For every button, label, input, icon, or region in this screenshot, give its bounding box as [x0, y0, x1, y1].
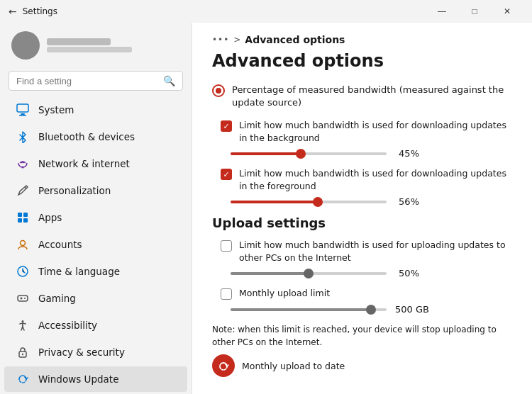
titlebar-controls: — □ ✕ [426, 0, 523, 23]
user-section [0, 23, 192, 68]
svg-point-8 [21, 241, 26, 246]
accounts-icon [16, 237, 30, 252]
app-body: 🔍 System Bluetooth & devices Network & i… [0, 23, 532, 394]
download-bg-slider-fill [231, 152, 301, 155]
sidebar-item-network[interactable]: Network & internet [4, 151, 187, 176]
svg-rect-1 [21, 113, 25, 115]
accounts-label: Accounts [38, 239, 82, 250]
breadcrumb-dots[interactable]: ••• [212, 35, 229, 45]
monthly-limit-value: 500 GB [394, 304, 429, 315]
close-button[interactable]: ✕ [491, 0, 523, 23]
sidebar-item-update[interactable]: Windows Update [4, 366, 187, 392]
upload-internet-checkbox[interactable] [221, 240, 232, 252]
svg-rect-10 [18, 296, 28, 301]
upload-internet-slider-fill [231, 272, 309, 275]
svg-point-12 [22, 320, 24, 322]
radio-label: Percentage of measured bandwidth (measur… [232, 84, 512, 109]
monthly-limit-slider-fill [231, 308, 371, 311]
sidebar-item-accessibility[interactable]: Accessibility [4, 313, 187, 338]
sidebar-item-privacy[interactable]: Privacy & security [4, 339, 187, 365]
page-title: Advanced options [212, 51, 512, 71]
upload-internet-slider-thumb[interactable] [304, 269, 314, 278]
sidebar-item-gaming[interactable]: Gaming [4, 286, 187, 311]
note-text: Note: when this limit is reached, your d… [212, 323, 512, 349]
upload-internet-slider-track[interactable] [231, 272, 387, 275]
download-fg-slider-thumb[interactable] [313, 197, 323, 207]
download-fg-slider-fill [231, 201, 318, 203]
download-fg-slider-track[interactable] [231, 201, 387, 203]
upload-internet-slider-row: 50% [231, 268, 512, 278]
search-icon: 🔍 [163, 75, 175, 86]
download-fg-section: ✓ Limit how much bandwidth is used for d… [221, 167, 512, 192]
personalization-label: Personalization [38, 185, 111, 196]
upload-internet-section: Limit how much bandwidth is used for upl… [221, 239, 512, 264]
update-label: Windows Update [38, 373, 118, 385]
network-icon [16, 157, 30, 171]
download-bg-row: ✓ Limit how much bandwidth is used for d… [221, 119, 512, 144]
svg-point-11 [24, 298, 26, 299]
download-bg-checkbox[interactable]: ✓ [221, 120, 232, 132]
svg-rect-6 [18, 218, 22, 223]
breadcrumb: ••• > Advanced options [212, 34, 512, 45]
time-label: Time & language [38, 266, 120, 277]
user-name-bar [47, 38, 111, 45]
upload-internet-label: Limit how much bandwidth is used for upl… [239, 239, 512, 264]
download-bg-slider-track[interactable] [231, 152, 387, 155]
search-box[interactable]: 🔍 [9, 71, 183, 91]
monthly-limit-checkbox[interactable] [221, 288, 232, 300]
window-title: Settings [23, 6, 57, 16]
monthly-limit-slider-track[interactable] [231, 308, 387, 311]
sidebar-item-accounts[interactable]: Accounts [4, 232, 187, 257]
download-fg-row: ✓ Limit how much bandwidth is used for d… [221, 167, 512, 192]
minimize-button[interactable]: — [426, 0, 458, 23]
sidebar-item-time[interactable]: Time & language [4, 259, 187, 284]
maximize-button[interactable]: □ [458, 0, 491, 23]
radio-option-row: Percentage of measured bandwidth (measur… [212, 84, 512, 109]
search-input[interactable] [16, 76, 159, 86]
upload-internet-row: Limit how much bandwidth is used for upl… [221, 239, 512, 264]
privacy-icon [16, 345, 30, 359]
sidebar-item-apps[interactable]: Apps [4, 205, 187, 230]
user-info [47, 38, 132, 52]
download-fg-value: 56% [394, 196, 419, 207]
main-content: ••• > Advanced options Advanced options … [192, 23, 532, 394]
accessibility-icon [16, 318, 30, 332]
avatar [11, 31, 40, 60]
download-fg-label: Limit how much bandwidth is used for dow… [239, 167, 512, 192]
apps-icon [16, 210, 30, 225]
svg-rect-0 [17, 104, 28, 112]
sidebar-item-bluetooth[interactable]: Bluetooth & devices [4, 124, 187, 150]
monthly-limit-row: Monthly upload limit [221, 287, 512, 300]
checkmark-icon: ✓ [223, 122, 229, 131]
bluetooth-icon [16, 130, 30, 144]
time-icon [16, 264, 30, 278]
system-icon [16, 103, 30, 117]
sidebar: 🔍 System Bluetooth & devices Network & i… [0, 23, 192, 394]
svg-rect-7 [23, 218, 28, 223]
svg-rect-2 [19, 115, 26, 116]
monthly-limit-label: Monthly upload limit [239, 287, 330, 300]
sidebar-item-system[interactable]: System [4, 97, 187, 123]
download-bg-slider-thumb[interactable] [296, 149, 306, 159]
download-bg-label: Limit how much bandwidth is used for dow… [239, 119, 512, 144]
download-fg-slider-row: 56% [231, 196, 512, 207]
sidebar-item-personalization[interactable]: Personalization [4, 178, 187, 203]
titlebar: ← Settings — □ ✕ [0, 0, 532, 23]
back-icon[interactable]: ← [9, 6, 17, 17]
download-bg-value: 45% [394, 148, 419, 159]
monthly-limit-slider-row: 500 GB [231, 304, 512, 315]
breadcrumb-separator: > [233, 35, 240, 45]
upload-section-title: Upload settings [212, 215, 512, 230]
monthly-upload-icon [212, 354, 235, 377]
apps-label: Apps [38, 212, 62, 223]
monthly-limit-slider-thumb[interactable] [366, 305, 376, 315]
update-icon [16, 372, 30, 386]
radio-button[interactable] [212, 84, 225, 97]
download-fg-checkbox[interactable]: ✓ [221, 169, 232, 180]
gaming-icon [16, 291, 30, 305]
user-email-bar [47, 47, 132, 52]
accessibility-label: Accessibility [38, 320, 97, 331]
upload-internet-value: 50% [394, 268, 419, 278]
svg-point-3 [22, 167, 24, 169]
checkmark-fg-icon: ✓ [223, 170, 229, 179]
